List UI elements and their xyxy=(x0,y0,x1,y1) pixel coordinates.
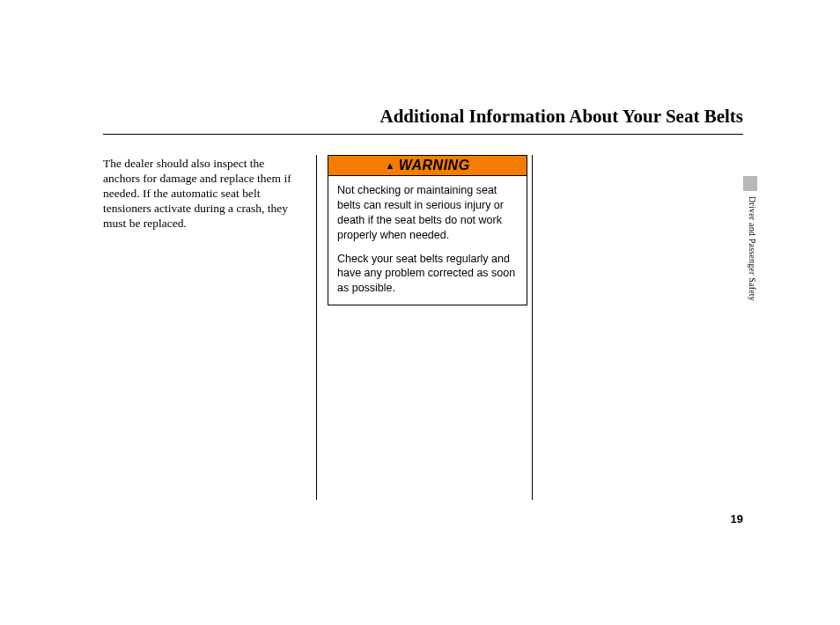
column-separator xyxy=(316,155,317,500)
title-rule xyxy=(103,134,743,135)
column-separator xyxy=(532,155,533,500)
section-side-label: Driver and Passenger Safety xyxy=(745,196,757,355)
warning-paragraph-2: Check your seat belts regularly and have… xyxy=(337,252,518,297)
warning-header: ▲WARNING xyxy=(328,156,527,176)
section-tab-marker xyxy=(743,176,757,191)
page-number: 19 xyxy=(731,512,743,526)
body-paragraph: The dealer should also inspect the ancho… xyxy=(103,157,301,231)
warning-paragraph-1: Not checking or maintaining seat belts c… xyxy=(337,183,518,243)
page-title: Additional Information About Your Seat B… xyxy=(380,106,743,128)
warning-label: WARNING xyxy=(399,158,470,173)
warning-icon: ▲ xyxy=(385,160,394,171)
warning-box: ▲WARNING Not checking or maintaining sea… xyxy=(328,155,527,305)
warning-body: Not checking or maintaining seat belts c… xyxy=(328,176,527,305)
